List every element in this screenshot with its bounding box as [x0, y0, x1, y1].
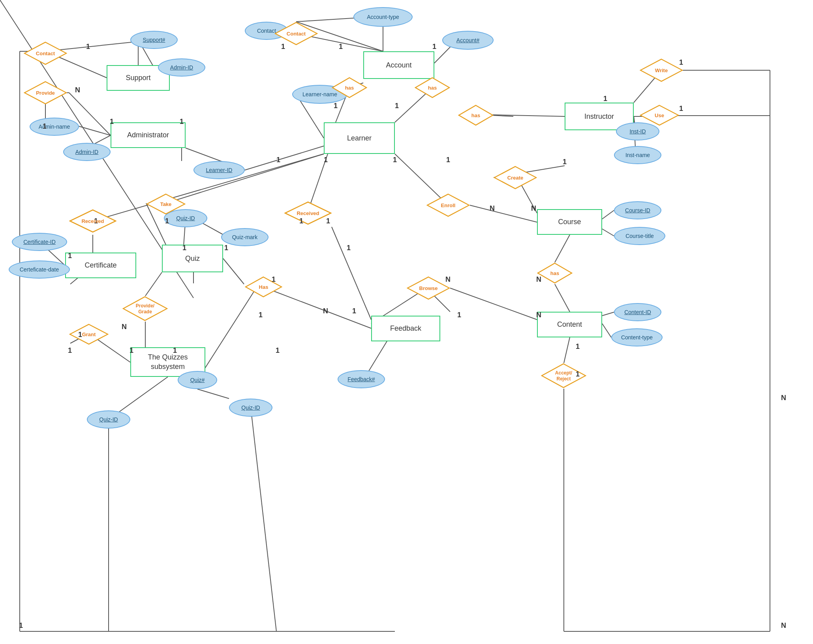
- card-1: 1: [339, 43, 343, 51]
- svg-line-58: [602, 210, 614, 219]
- card-25: 1: [224, 244, 228, 252]
- svg-line-45: [223, 258, 244, 284]
- entity-administrator: Administrator: [111, 122, 186, 148]
- rel-contact-top: Contact: [274, 22, 318, 45]
- rel-enroll: Enroll: [426, 193, 470, 217]
- entity-quiz: Quiz: [162, 245, 223, 272]
- card-5: N: [75, 86, 80, 94]
- card-40: 1: [130, 346, 133, 355]
- svg-line-64: [564, 337, 570, 363]
- card-34: N: [536, 311, 541, 319]
- card-45: N: [781, 394, 786, 402]
- attr-quiz-id-sub: Quiz-ID: [87, 410, 130, 429]
- card-35: 1: [272, 275, 276, 284]
- card-44: 1: [576, 370, 580, 378]
- attr-admin-id-top: Admin-ID: [158, 58, 205, 77]
- card-14: 1: [276, 156, 280, 164]
- entity-learner: Learner: [324, 122, 395, 154]
- attr-course-title: Course-title: [614, 227, 665, 245]
- card-24: 1: [182, 244, 186, 252]
- svg-line-63: [450, 288, 537, 320]
- card-18: 1: [603, 95, 607, 103]
- attr-account-type: Account-type: [353, 7, 413, 27]
- rel-has3: has: [458, 105, 494, 126]
- entity-account: Account: [363, 51, 434, 79]
- card-33: N: [536, 275, 541, 284]
- attr-quiz-id-bot: Quiz-ID: [229, 399, 272, 417]
- rel-received1: Received: [69, 209, 116, 233]
- card-15: N: [490, 204, 495, 213]
- rel-has-course: has: [537, 262, 573, 284]
- svg-line-61: [602, 312, 614, 316]
- svg-line-32: [166, 154, 324, 203]
- card-2: 1: [432, 43, 436, 51]
- entity-course: Course: [537, 209, 602, 235]
- attr-quiz-num: Quiz#: [178, 371, 217, 389]
- card-41: 1: [173, 346, 177, 355]
- er-diagram: Account Support Administrator Learner In…: [0, 0, 813, 644]
- rel-contact-left: Contact: [24, 41, 67, 65]
- card-37: N: [122, 323, 127, 331]
- attr-course-id: Course-ID: [614, 201, 661, 219]
- card-16: N: [531, 204, 536, 213]
- rel-has-quiz: Has: [245, 276, 282, 298]
- card-32: 1: [457, 311, 461, 319]
- card-28: 1: [347, 244, 351, 252]
- entity-content: Content: [537, 312, 602, 337]
- card-43: 1: [576, 343, 580, 351]
- card-38: 1: [78, 331, 82, 339]
- rel-provide-grade: Provide/ Grade: [122, 296, 168, 322]
- card-20: 1: [679, 105, 683, 113]
- rel-create: Create: [494, 166, 537, 189]
- card-17: 1: [563, 158, 567, 166]
- card-19: 1: [679, 58, 683, 67]
- attr-admin-id-bot: Admin-ID: [63, 143, 111, 161]
- attr-account-num: Account#: [442, 31, 494, 50]
- svg-line-28: [245, 146, 324, 170]
- rel-grant: Grant: [69, 324, 109, 345]
- card-39: 1: [68, 346, 72, 355]
- rel-use: Use: [640, 105, 679, 126]
- card-9: 1: [334, 102, 338, 110]
- svg-line-62: [602, 324, 611, 337]
- card-31: N: [445, 275, 451, 284]
- attr-admin-name: Admin-name: [30, 118, 79, 136]
- entity-certificate: Certificate: [65, 253, 136, 278]
- attr-support-num: Support#: [130, 31, 178, 49]
- card-11: 1: [324, 156, 328, 164]
- card-4: 1: [86, 43, 90, 51]
- rel-has1: has: [332, 77, 367, 99]
- rel-received2: Received: [284, 201, 332, 225]
- card-46: N: [781, 622, 786, 630]
- rel-has2: has: [415, 77, 450, 99]
- card-47: 1: [19, 622, 23, 630]
- card-7: 1: [110, 118, 114, 126]
- attr-cert-date: Certeficate-date: [9, 260, 70, 279]
- svg-line-57: [555, 235, 570, 262]
- svg-line-59: [602, 229, 614, 236]
- svg-line-78: [197, 389, 229, 399]
- svg-line-50: [332, 227, 371, 320]
- rel-write: Write: [640, 58, 683, 82]
- svg-line-49: [197, 287, 257, 380]
- card-26: 1: [299, 217, 303, 225]
- entity-feedback: Feedback: [371, 316, 440, 341]
- rel-take: Take: [146, 193, 186, 215]
- card-10: 1: [395, 102, 399, 110]
- card-8: 1: [180, 118, 184, 126]
- attr-content-type: Content-type: [611, 328, 663, 346]
- card-23: 1: [165, 217, 169, 225]
- card-29: 1: [352, 307, 356, 315]
- svg-line-46: [145, 272, 162, 296]
- svg-line-79: [251, 408, 276, 631]
- rel-browse: Browse: [407, 276, 450, 300]
- attr-learner-id: Learner-ID: [193, 161, 245, 179]
- card-13: 1: [446, 156, 450, 164]
- svg-line-54: [470, 205, 537, 222]
- card-12: 1: [393, 156, 397, 164]
- card-30: N: [323, 307, 328, 315]
- attr-content-id: Content-ID: [614, 303, 661, 321]
- svg-line-16: [79, 126, 111, 135]
- card-6: 1: [43, 122, 47, 131]
- card-36: 1: [259, 311, 263, 319]
